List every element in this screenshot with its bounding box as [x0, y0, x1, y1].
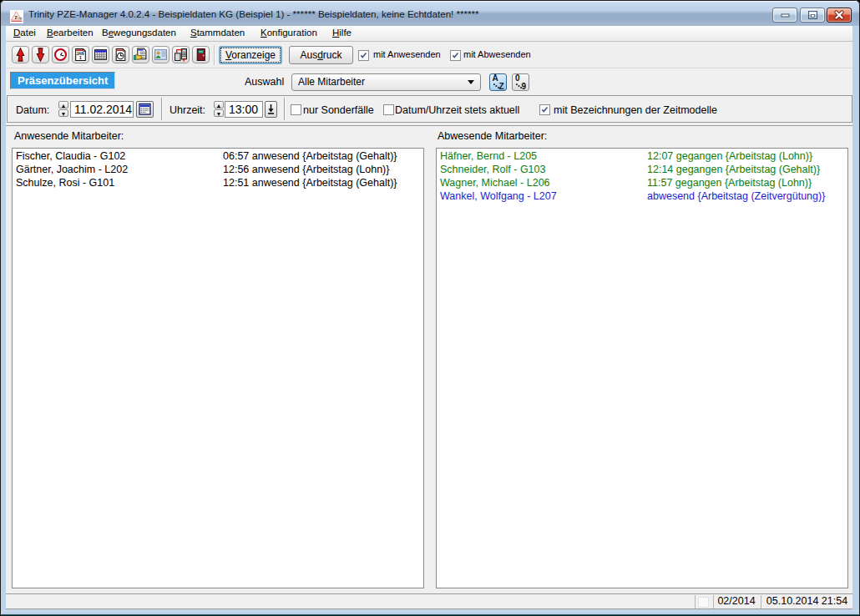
svg-text:rinity: rinity [17, 17, 23, 20]
